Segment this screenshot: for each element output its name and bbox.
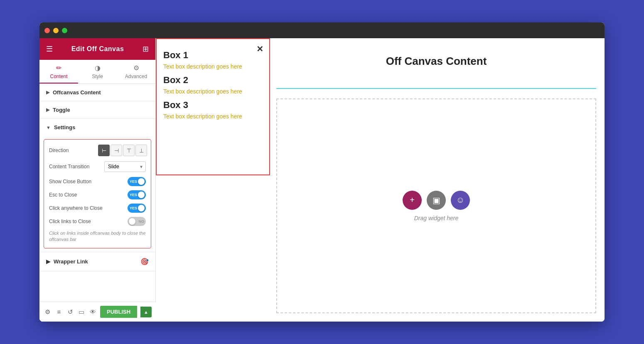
settings-label: Settings bbox=[54, 124, 75, 130]
titlebar bbox=[39, 22, 605, 38]
grid-icon[interactable]: ⊞ bbox=[143, 44, 149, 54]
toggle-knob-click bbox=[138, 205, 145, 211]
preview-icon[interactable]: 👁 bbox=[89, 306, 97, 318]
accordion-offcanvas-content: ▶ Offcanvas Content bbox=[39, 84, 155, 101]
emoji-widget-button[interactable]: ☺ bbox=[451, 191, 470, 210]
sidebar: ☰ Edit Off Canvas ⊞ ✏ Content ◑ Style ⚙ … bbox=[39, 38, 156, 322]
window-body: ☰ Edit Off Canvas ⊞ ✏ Content ◑ Style ⚙ … bbox=[39, 38, 605, 322]
main-title: Off Canvas Content bbox=[285, 55, 588, 68]
toggle-knob-links bbox=[129, 218, 135, 225]
accordion-header-toggle[interactable]: ▶ Toggle bbox=[39, 101, 155, 118]
sidebar-header: ☰ Edit Off Canvas ⊞ bbox=[39, 38, 155, 60]
esc-to-close-toggle[interactable]: YES bbox=[128, 190, 146, 199]
show-close-button-row: Show Close Button YES bbox=[49, 177, 146, 186]
arrow-down-icon: ▼ bbox=[46, 125, 51, 130]
close-button[interactable]: ✕ bbox=[256, 44, 263, 54]
accordion-header-settings[interactable]: ▼ Settings bbox=[39, 119, 155, 136]
content-transition-select[interactable]: Slide Fade Push bbox=[104, 161, 146, 172]
click-anywhere-row: Click anywhere to Close YES bbox=[49, 204, 146, 213]
hamburger-icon[interactable]: ☰ bbox=[46, 44, 53, 54]
esc-to-close-row: Esc to Close YES bbox=[49, 190, 146, 199]
sidebar-footer: ⚙ ≡ ↺ ▭ 👁 PUBLISH ▲ bbox=[39, 302, 156, 322]
show-close-yes-label: YES bbox=[130, 179, 137, 184]
drag-text: Drag widget here bbox=[414, 215, 459, 221]
app-window: ☰ Edit Off Canvas ⊞ ✏ Content ◑ Style ⚙ … bbox=[39, 22, 605, 322]
esc-yes-label: YES bbox=[130, 193, 137, 197]
direction-row: Direction ⊢ ⊣ ⊤ ⊥ bbox=[49, 145, 146, 156]
add-widget-button[interactable]: + bbox=[403, 191, 422, 210]
arrow-right-icon: ▶ bbox=[46, 90, 49, 95]
accordion-header-offcanvas[interactable]: ▶ Offcanvas Content bbox=[39, 84, 155, 101]
esc-to-close-label: Esc to Close bbox=[49, 192, 128, 198]
style-icon: ◑ bbox=[95, 64, 101, 72]
dir-btn-top[interactable]: ⊤ bbox=[123, 145, 135, 156]
wrapper-link-icon: 🎯 bbox=[140, 258, 149, 265]
toggle-label: Toggle bbox=[53, 107, 70, 113]
accordion-toggle: ▶ Toggle bbox=[39, 101, 155, 119]
toggle-knob-close bbox=[138, 178, 145, 185]
click-links-no-label: NO bbox=[139, 219, 145, 224]
sidebar-title: Edit Off Canvas bbox=[71, 45, 124, 53]
publish-button[interactable]: PUBLISH bbox=[100, 306, 137, 318]
tab-style[interactable]: ◑ Style bbox=[78, 60, 117, 84]
tab-advanced-label: Advanced bbox=[125, 74, 147, 79]
layers-icon[interactable]: ≡ bbox=[55, 306, 63, 318]
close-dot[interactable] bbox=[44, 28, 50, 33]
sidebar-content: ▶ Offcanvas Content ▶ Toggle ▼ Settings bbox=[39, 84, 155, 322]
tab-content[interactable]: ✏ Content bbox=[39, 60, 78, 84]
direction-buttons: ⊢ ⊣ ⊤ ⊥ bbox=[98, 145, 147, 156]
publish-arrow-button[interactable]: ▲ bbox=[140, 307, 152, 317]
box-2-desc: Text box description goes here bbox=[163, 88, 263, 95]
box-1-desc: Text box description goes here bbox=[163, 63, 263, 70]
box-3-title: Box 3 bbox=[163, 100, 263, 111]
tab-style-label: Style bbox=[92, 74, 103, 79]
wrapper-link-label: Wrapper Link bbox=[54, 258, 88, 265]
maximize-dot[interactable] bbox=[62, 28, 67, 33]
dir-btn-bottom[interactable]: ⊥ bbox=[135, 145, 147, 156]
hint-text: Click on links inside offcanvas body to … bbox=[49, 230, 146, 243]
responsive-icon[interactable]: ▭ bbox=[78, 306, 86, 318]
off-canvas-panel: ✕ Box 1 Text box description goes here B… bbox=[156, 38, 270, 175]
advanced-icon: ⚙ bbox=[133, 64, 139, 72]
click-links-row: Click links to Close NO bbox=[49, 217, 146, 226]
wrapper-link-row[interactable]: ▶ Wrapper Link 🎯 bbox=[39, 252, 155, 271]
click-links-label: Click links to Close bbox=[49, 219, 128, 224]
tab-content-label: Content bbox=[50, 74, 67, 79]
show-close-button-toggle[interactable]: YES bbox=[128, 177, 146, 186]
wrapper-link-arrow: ▶ bbox=[46, 258, 50, 265]
toggle-knob-esc bbox=[138, 192, 145, 198]
direction-label: Direction bbox=[49, 147, 95, 153]
dir-btn-left[interactable]: ⊢ bbox=[98, 145, 110, 156]
minimize-dot[interactable] bbox=[53, 28, 59, 33]
arrow-right-icon-toggle: ▶ bbox=[46, 107, 49, 113]
history-icon[interactable]: ↺ bbox=[66, 306, 74, 318]
dir-btn-right[interactable]: ⊣ bbox=[111, 145, 122, 156]
settings-panel: Direction ⊢ ⊣ ⊤ ⊥ Content Transition bbox=[44, 139, 151, 248]
box-2-title: Box 2 bbox=[163, 75, 263, 86]
tab-advanced[interactable]: ⚙ Advanced bbox=[117, 60, 155, 84]
settings-footer-icon[interactable]: ⚙ bbox=[44, 306, 52, 318]
tabs-bar: ✏ Content ◑ Style ⚙ Advanced bbox=[39, 60, 155, 84]
click-yes-label: YES bbox=[130, 206, 137, 210]
content-transition-label: Content Transition bbox=[49, 164, 95, 170]
click-links-toggle[interactable]: NO bbox=[128, 217, 146, 226]
widget-buttons: + ▣ ☺ bbox=[403, 191, 470, 210]
content-transition-select-wrap: Slide Fade Push ▼ bbox=[104, 161, 146, 172]
drag-area: + ▣ ☺ Drag widget here bbox=[276, 98, 596, 313]
offcanvas-content-label: Offcanvas Content bbox=[53, 89, 101, 96]
box-3-desc: Text box description goes here bbox=[163, 113, 263, 120]
content-transition-row: Content Transition Slide Fade Push ▼ bbox=[49, 161, 146, 172]
box-1-title: Box 1 bbox=[163, 50, 263, 61]
show-close-button-label: Show Close Button bbox=[49, 179, 128, 184]
accordion-settings: ▼ Settings Direction ⊢ ⊣ ⊤ ⊥ bbox=[39, 119, 155, 252]
main-content: ✕ Box 1 Text box description goes here B… bbox=[156, 38, 605, 322]
click-anywhere-toggle[interactable]: YES bbox=[128, 204, 146, 213]
click-anywhere-label: Click anywhere to Close bbox=[49, 205, 128, 211]
content-icon: ✏ bbox=[56, 64, 61, 72]
folder-widget-button[interactable]: ▣ bbox=[427, 191, 446, 210]
blue-divider bbox=[276, 88, 596, 89]
